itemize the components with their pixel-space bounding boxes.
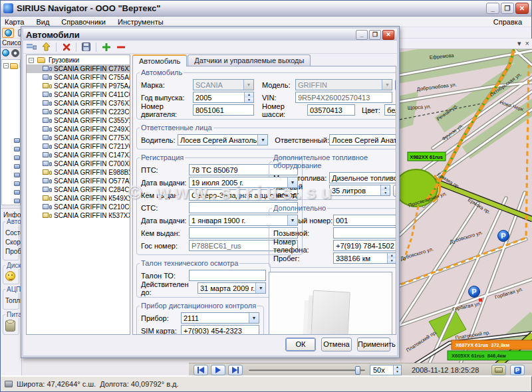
speed-label: Скорос xyxy=(5,239,17,246)
tab-vehicle[interactable]: Автомобиль xyxy=(132,54,187,66)
tree-item-vehicle[interactable]: SCANIA GRIFFIN С223СС 61rus xyxy=(27,108,130,116)
menu-directories[interactable]: Справочники xyxy=(61,18,106,26)
skip-start-button[interactable] xyxy=(194,365,208,375)
vehicle-tree-clipped[interactable]: −Грузовики xyxy=(1,59,21,205)
remove-row-button[interactable] xyxy=(114,41,127,52)
make-combo[interactable]: SCANIA▼ xyxy=(193,79,254,90)
engine-number-field[interactable]: 8051061 xyxy=(193,104,254,116)
skip-end-button[interactable] xyxy=(228,365,243,375)
add-row-button[interactable] xyxy=(100,41,112,52)
chevron-down-icon[interactable]: ▼ xyxy=(382,80,392,90)
tree-collapse-icon[interactable]: − xyxy=(29,58,34,63)
menu-view[interactable]: Вид xyxy=(36,18,49,26)
timeline-slider[interactable] xyxy=(249,369,365,371)
tree-item-vehicle[interactable]: SCANIA GRIFFIN К537ХХ 161rus xyxy=(27,211,130,220)
map-mode-button[interactable] xyxy=(2,28,14,38)
spin-up-icon[interactable]: ▲ xyxy=(381,185,390,191)
chevron-down-icon[interactable]: ▼ xyxy=(257,135,267,145)
chevron-down-icon[interactable]: ▼ xyxy=(287,177,297,187)
tree-expand-icon[interactable]: − xyxy=(3,63,9,68)
save-button[interactable] xyxy=(80,41,92,52)
tree-item-vehicle[interactable]: SCANIA GRIFFIN С776ХУ 61rus xyxy=(27,64,130,73)
tree-item-vehicle[interactable]: SCANIA GRIFFIN С147ХХ 161rus xyxy=(27,151,130,159)
tree-item-vehicle[interactable]: SCANIA GRIFFIN С700ХВ 61rus xyxy=(27,159,130,168)
spin-down-icon[interactable]: ▼ xyxy=(381,191,390,196)
parking-toggle-button[interactable]: P xyxy=(510,365,525,375)
timeline-slider-thumb[interactable] xyxy=(355,366,360,375)
tree-item-vehicle[interactable]: SCANIA GRIFFIN С775ХУ 61rus xyxy=(27,134,130,142)
tree-item-vehicle[interactable]: SCANIA GRIFFIN С411СС 61rus xyxy=(27,90,130,99)
dialog-maximize-button[interactable]: ❐ xyxy=(369,30,381,40)
vehicle-tree[interactable]: − Грузовики SCANIA GRIFFIN С776ХУ 61rusS… xyxy=(26,54,130,335)
spin-down-icon[interactable]: ▼ xyxy=(394,370,401,375)
minimize-button[interactable]: _ xyxy=(486,3,499,14)
play-button[interactable] xyxy=(211,365,225,375)
chevron-down-icon[interactable]: ▼ xyxy=(249,313,259,323)
driver-combo[interactable]: Лосев Сергей Анатоль▼ xyxy=(178,134,268,146)
phone-field[interactable]: +7(919) 784-1502 xyxy=(333,240,396,251)
issue-date-picker[interactable]: 19 июля 2005 г.▼ xyxy=(189,177,298,188)
eye-icon[interactable] xyxy=(11,49,19,57)
chassis-number-field[interactable]: 03570413 xyxy=(307,104,355,116)
map-canvas[interactable]: ЕфремоваДобролюбова ул.Щорса ул.Ново-Чер… xyxy=(400,49,532,363)
sim-field[interactable]: +7(903) 454-2323 xyxy=(181,325,259,335)
menu-tools[interactable]: Инструменты xyxy=(118,18,164,26)
responsible-combo[interactable]: Лосев Сергей Анатоль▼ xyxy=(329,134,396,146)
close-button[interactable]: ✕ xyxy=(515,3,529,14)
truck-blue-icon xyxy=(43,118,52,124)
vin-field[interactable]: 9R5P4X26002570413 xyxy=(295,92,392,103)
year-spinner[interactable]: 2005▲▼ xyxy=(193,92,254,103)
tree-item-vehicle[interactable]: SCANIA GRIFFIN С355УУ 61rus xyxy=(27,116,130,125)
chevron-down-icon[interactable]: ▼ xyxy=(287,215,297,225)
speed-spinner[interactable]: 50x ▲▼ xyxy=(370,365,402,375)
model-combo[interactable]: GRIFFIN▼ xyxy=(295,79,392,90)
import-button[interactable] xyxy=(40,41,53,52)
tree-item-vehicle[interactable]: SCANIA GRIFFIN С755АЕ 61rus xyxy=(27,73,130,82)
ok-button[interactable]: ОК xyxy=(285,338,316,351)
issue-date2-picker[interactable]: 1 января 1900 г.▼ xyxy=(189,215,298,226)
tree-item-vehicle[interactable]: SCANIA GRIFFIN С284СС 61rus xyxy=(27,185,130,194)
track-log-button[interactable] xyxy=(491,365,506,375)
dialog-close-button[interactable]: ✕ xyxy=(382,30,394,40)
tree-item-vehicle[interactable]: SCANIA GRIFFIN О577АУ 61rus xyxy=(27,177,130,185)
tree-item-vehicle[interactable]: SCANIA GRIFFIN С721УС 61rus xyxy=(27,142,130,151)
menu-help[interactable]: Справка xyxy=(493,18,522,26)
spin-down-icon[interactable]: ▼ xyxy=(388,258,396,264)
color-field[interactable]: белый xyxy=(384,104,396,116)
garage-number-field[interactable]: 001 xyxy=(333,215,396,226)
tree-item-vehicle[interactable]: SCANIA GRIFFIN С376ХУ 61rus xyxy=(27,99,130,108)
tree-item-vehicle[interactable]: SCANIA GRIFFIN С249ХХ 61rus xyxy=(27,125,130,134)
map-panel[interactable]: ▾ × xyxy=(400,39,532,363)
tree-item-vehicle[interactable]: SCANIA GRIFFIN С210СС 61rus xyxy=(27,203,130,211)
delete-button[interactable] xyxy=(60,41,72,52)
globe-icon[interactable] xyxy=(2,49,9,56)
pts-label: ПТС: xyxy=(141,166,189,174)
callsign-field[interactable] xyxy=(333,227,396,239)
valid-until-picker[interactable]: 31 марта 2009 г.▼ xyxy=(198,282,266,294)
panel-collapse-icon[interactable]: ▾ xyxy=(517,40,521,47)
spin-up-icon[interactable]: ▲ xyxy=(245,92,253,98)
tab-sensors[interactable]: Датчики и управляемые выходы xyxy=(188,54,311,66)
spin-up-icon[interactable]: ▲ xyxy=(388,253,396,258)
ticket-field[interactable] xyxy=(189,270,266,281)
fuel-browse-button[interactable]: ... xyxy=(393,185,396,197)
vehicle-list-button[interactable] xyxy=(25,41,38,52)
chevron-down-icon[interactable]: ▼ xyxy=(255,283,265,293)
apply-button[interactable]: Применить xyxy=(357,338,390,351)
dialog-minimize-button[interactable]: _ xyxy=(356,30,368,40)
fuel-brand-combo[interactable]: Дизельное топливо▼ xyxy=(329,172,396,183)
model-browse-button[interactable]: ... xyxy=(395,79,396,91)
chevron-down-icon[interactable]: ▼ xyxy=(243,80,253,90)
tree-root[interactable]: − Грузовики xyxy=(27,55,130,64)
panel-close-icon[interactable]: × xyxy=(525,40,529,47)
fuel-rate-spinner[interactable]: 35 литров▲▼ xyxy=(329,185,390,196)
tree-item-vehicle[interactable]: SCANIA GRIFFIN Е988ВУ 161rus xyxy=(27,168,130,177)
device-combo[interactable]: 2111▼ xyxy=(181,312,259,324)
maximize-button[interactable]: ❐ xyxy=(501,3,514,14)
spin-down-icon[interactable]: ▼ xyxy=(245,98,253,103)
tree-item-vehicle[interactable]: SCANIA GRIFFIN К549ХУ 161rus xyxy=(27,194,130,203)
cancel-button[interactable]: Отмена xyxy=(321,338,352,351)
menu-map[interactable]: Карта xyxy=(5,18,24,26)
mileage-spinner[interactable]: 338166 км▲▼ xyxy=(333,252,396,264)
tree-item-vehicle[interactable]: SCANIA GRIFFIN Р975АА 61rus xyxy=(27,82,130,90)
